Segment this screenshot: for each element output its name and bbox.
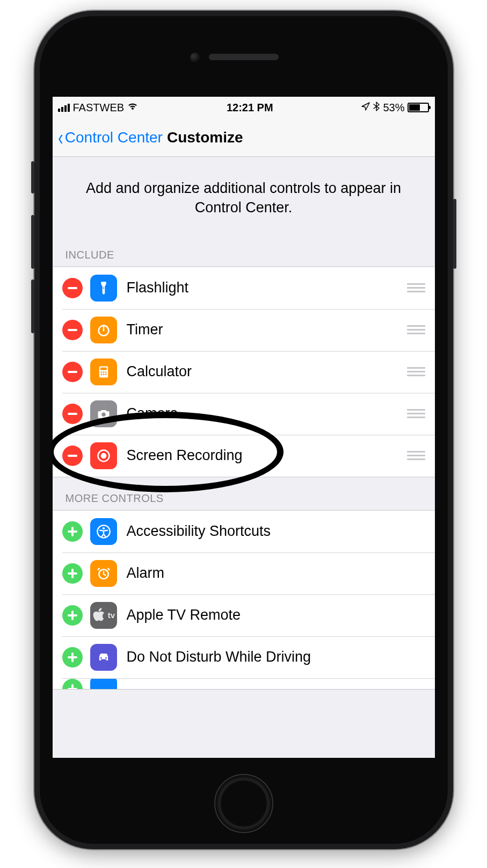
row-label: Timer <box>127 321 407 338</box>
include-row-camera[interactable]: Camera <box>53 393 435 435</box>
home-button[interactable] <box>214 774 273 833</box>
more-row-dnd-driving[interactable]: Do Not Disturb While Driving <box>53 636 435 678</box>
flashlight-icon <box>90 275 117 302</box>
add-button[interactable] <box>62 605 83 626</box>
alarm-icon <box>90 560 117 587</box>
more-row-alarm[interactable]: Alarm <box>53 553 435 594</box>
more-row-accessibility[interactable]: Accessibility Shortcuts <box>53 511 435 553</box>
row-label: Flashlight <box>127 279 407 296</box>
power-button <box>453 199 456 269</box>
svg-point-15 <box>100 657 101 659</box>
wifi-icon <box>127 102 138 113</box>
section-header-include: INCLUDE <box>53 245 435 267</box>
svg-point-5 <box>105 371 106 373</box>
clock-label: 12:21 PM <box>227 102 273 114</box>
section-header-more: MORE CONTROLS <box>53 477 435 510</box>
row-label: Do Not Disturb While Driving <box>127 649 425 665</box>
svg-point-16 <box>105 657 107 659</box>
add-button[interactable] <box>62 563 83 584</box>
carrier-label: FASTWEB <box>73 102 125 114</box>
drag-handle-icon[interactable] <box>407 325 425 334</box>
svg-point-4 <box>103 371 104 373</box>
battery-percent-label: 53% <box>383 102 404 114</box>
more-row-apple-tv-remote[interactable]: tv Apple TV Remote <box>53 594 435 636</box>
mute-switch <box>31 161 34 193</box>
status-bar: FASTWEB 12:21 PM 53% <box>53 97 435 118</box>
include-row-calculator[interactable]: Calculator <box>53 351 435 393</box>
row-label: Alarm <box>127 565 425 582</box>
include-row-timer[interactable]: Timer <box>53 309 435 351</box>
remove-button[interactable] <box>62 404 83 424</box>
front-camera <box>190 53 200 62</box>
unknown-icon <box>90 678 117 689</box>
row-label: Camera <box>127 405 407 422</box>
remove-button[interactable] <box>62 446 83 466</box>
svg-point-11 <box>100 453 106 459</box>
drag-handle-icon[interactable] <box>407 283 425 292</box>
cell-signal-icon <box>58 104 70 112</box>
svg-point-9 <box>101 412 105 416</box>
screen: FASTWEB 12:21 PM 53% <box>53 97 435 758</box>
drag-handle-icon[interactable] <box>407 409 425 418</box>
timer-icon <box>90 317 117 343</box>
camera-icon <box>90 400 117 427</box>
accessibility-icon <box>90 518 117 545</box>
record-icon <box>90 442 117 469</box>
remove-button[interactable] <box>62 362 83 382</box>
drag-handle-icon[interactable] <box>407 451 425 460</box>
volume-down-button <box>31 279 34 333</box>
page-description: Add and organize additional controls to … <box>53 157 435 245</box>
svg-point-7 <box>103 374 104 375</box>
svg-rect-2 <box>100 368 107 370</box>
bluetooth-icon <box>373 102 380 114</box>
svg-point-8 <box>105 374 106 375</box>
volume-up-button <box>31 215 34 269</box>
remove-button[interactable] <box>62 278 83 298</box>
row-label: Calculator <box>127 363 407 380</box>
svg-point-3 <box>100 371 102 373</box>
add-button[interactable] <box>62 521 83 542</box>
add-button[interactable] <box>62 647 83 668</box>
phone-device-frame: FASTWEB 12:21 PM 53% <box>34 11 453 849</box>
row-label: Accessibility Shortcuts <box>127 523 425 540</box>
navigation-bar: ‹ Control Center Customize <box>53 118 435 157</box>
row-label: Screen Recording <box>127 447 407 464</box>
svg-point-6 <box>100 374 102 375</box>
include-row-flashlight[interactable]: Flashlight <box>53 267 435 309</box>
calculator-icon <box>90 358 117 385</box>
row-label: Apple TV Remote <box>127 607 425 623</box>
include-list: Flashlight Timer Calculator <box>53 267 435 477</box>
battery-icon <box>408 103 429 112</box>
include-row-screen-recording[interactable]: Screen Recording <box>53 435 435 477</box>
drag-handle-icon[interactable] <box>407 367 425 376</box>
more-controls-list: Accessibility Shortcuts Alarm tv <box>53 510 435 690</box>
location-icon <box>361 102 370 113</box>
svg-point-13 <box>102 527 104 529</box>
earpiece-speaker <box>209 54 279 60</box>
car-icon <box>90 644 117 671</box>
back-button[interactable]: Control Center <box>65 129 163 146</box>
phone-top-hardware <box>40 16 448 97</box>
more-row-next-peek[interactable] <box>53 678 435 689</box>
apple-tv-icon: tv <box>90 602 117 629</box>
page-title: Customize <box>167 129 243 146</box>
add-button[interactable] <box>62 679 83 689</box>
remove-button[interactable] <box>62 320 83 340</box>
back-chevron-icon[interactable]: ‹ <box>58 127 64 148</box>
